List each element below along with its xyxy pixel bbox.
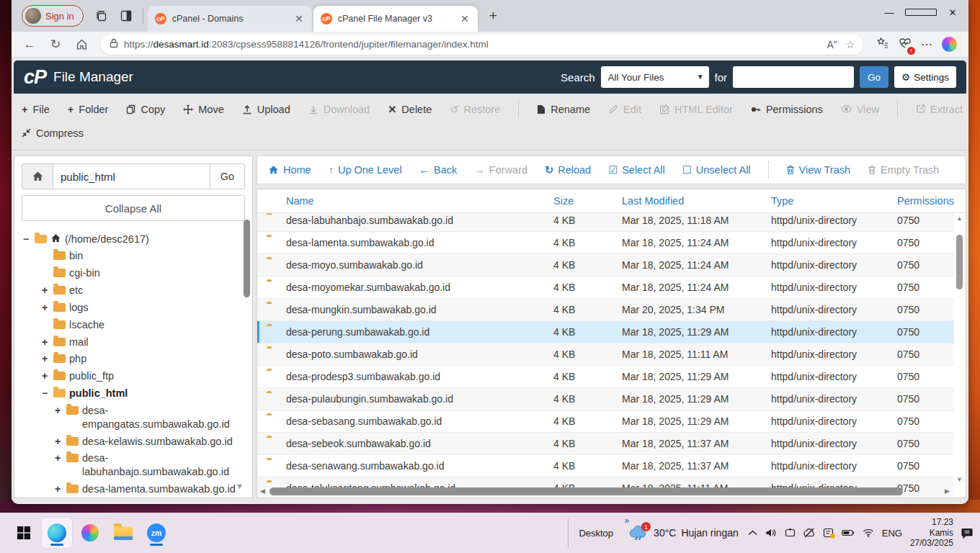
move-button[interactable]: Move bbox=[183, 104, 223, 115]
read-aloud-icon[interactable]: A” bbox=[827, 39, 837, 50]
table-row[interactable]: desa-sebasang.sumbawakab.go.id 4 KB Mar … bbox=[257, 410, 954, 433]
path-home-button[interactable] bbox=[22, 163, 53, 189]
table-row[interactable]: desa-prodesp3.sumbawakab.go.id 4 KB Mar … bbox=[257, 366, 954, 388]
copilot-icon[interactable] bbox=[942, 37, 957, 52]
tab-cpanel-domains[interactable]: cP cPanel - Domains ✕ bbox=[148, 6, 312, 32]
permissions-button[interactable]: Permissions bbox=[751, 104, 823, 115]
tree-item[interactable]: + public_ftp bbox=[42, 368, 245, 385]
tree-toggle[interactable]: + bbox=[42, 336, 50, 349]
nav-select-all[interactable]: ☑Select All bbox=[608, 164, 665, 176]
tree-item[interactable]: + desa-kelawis.sumbawakab.go.id bbox=[55, 433, 245, 450]
tree-toggle[interactable]: + bbox=[55, 435, 63, 448]
close-button[interactable]: ✕ bbox=[937, 0, 968, 24]
vertical-scrollbar[interactable]: ▲ ▼ bbox=[955, 215, 964, 483]
minimize-button[interactable]: — bbox=[873, 0, 905, 24]
file-button[interactable]: +File bbox=[22, 104, 50, 115]
tab-close-icon[interactable]: ✕ bbox=[293, 13, 305, 24]
clock[interactable]: 17.23 Kamis 27/03/2025 bbox=[910, 517, 953, 549]
delete-button[interactable]: ✕Delete bbox=[388, 104, 432, 115]
folder-button[interactable]: +Folder bbox=[68, 104, 109, 115]
col-name[interactable]: Name bbox=[286, 195, 553, 207]
wifi-icon[interactable] bbox=[863, 529, 874, 537]
search-input[interactable] bbox=[733, 66, 854, 88]
reload-icon[interactable]: ↻ bbox=[45, 34, 66, 55]
tree-toggle[interactable]: − bbox=[23, 233, 31, 246]
start-button[interactable] bbox=[9, 518, 39, 548]
split-screen-icon[interactable] bbox=[115, 5, 137, 27]
tree-item[interactable]: + etc bbox=[42, 282, 245, 300]
horizontal-scrollbar[interactable]: ◀ ▶ bbox=[260, 487, 950, 496]
browser-essentials-icon[interactable]: ! bbox=[899, 37, 912, 52]
copy-button[interactable]: Copy bbox=[126, 104, 165, 115]
col-size[interactable]: Size bbox=[553, 195, 622, 207]
cast-icon[interactable] bbox=[785, 528, 796, 538]
collapse-all-button[interactable]: Collapse All bbox=[22, 195, 245, 221]
lock-icon[interactable] bbox=[110, 38, 118, 50]
workspaces-icon[interactable] bbox=[91, 5, 112, 27]
notification-center-icon[interactable] bbox=[961, 528, 973, 539]
table-row[interactable]: desa-senawang.sumbawakab.go.id 4 KB Mar … bbox=[257, 455, 954, 477]
tree-item[interactable]: − public_html bbox=[42, 385, 245, 403]
col-type[interactable]: Type bbox=[771, 195, 897, 207]
table-row[interactable]: desa-perung.sumbawakab.go.id 4 KB Mar 18… bbox=[257, 321, 954, 343]
cloud-off-icon[interactable] bbox=[803, 528, 815, 538]
nav-up-one-level[interactable]: ↑Up One Level bbox=[329, 164, 402, 176]
table-row[interactable]: desa-poto.sumbawakab.go.id 4 KB Mar 18, … bbox=[257, 343, 954, 366]
rename-button[interactable]: Rename bbox=[537, 104, 590, 115]
tree-toggle[interactable]: + bbox=[55, 404, 63, 417]
sidebar-scroll-down-icon[interactable]: ▼ bbox=[236, 482, 244, 490]
home-icon[interactable] bbox=[71, 34, 92, 55]
scroll-left-icon[interactable]: ◀ bbox=[260, 487, 265, 495]
tree-toggle[interactable]: + bbox=[42, 369, 50, 382]
tree-item[interactable]: + php bbox=[42, 351, 245, 368]
table-row[interactable]: desa-mungkin.sumbawakab.go.id 4 KB Mar 2… bbox=[257, 299, 954, 321]
snip-app-icon[interactable] bbox=[823, 528, 834, 538]
favorite-star-icon[interactable]: ☆ bbox=[845, 39, 855, 50]
weather-widget[interactable]: 1 30°C Hujan ringan bbox=[628, 524, 739, 541]
scroll-down-icon[interactable]: ▼ bbox=[955, 476, 964, 483]
tree-toggle[interactable]: + bbox=[55, 451, 63, 464]
language-indicator[interactable]: ENG bbox=[882, 528, 902, 539]
compress-button[interactable]: Compress bbox=[22, 127, 84, 139]
col-modified[interactable]: Last Modified bbox=[622, 195, 771, 207]
scroll-up-icon[interactable]: ▲ bbox=[955, 215, 964, 222]
volume-icon[interactable] bbox=[765, 528, 777, 538]
tree-toggle[interactable]: + bbox=[42, 284, 50, 297]
settings-button[interactable]: ⚙Settings bbox=[894, 66, 956, 88]
desktop-toolbar[interactable]: Desktop » bbox=[568, 518, 619, 547]
favorites-bar-icon[interactable] bbox=[876, 37, 889, 53]
scroll-right-icon[interactable]: ▶ bbox=[945, 487, 950, 495]
more-menu-icon[interactable]: ⋯ bbox=[921, 37, 932, 51]
maximize-button[interactable] bbox=[905, 0, 937, 24]
tree-item[interactable]: lscache bbox=[42, 316, 245, 333]
tree-item[interactable]: bin bbox=[42, 248, 245, 265]
taskbar-edge-button[interactable] bbox=[42, 518, 72, 548]
tree-item[interactable]: + desa-lamenta.sumbawakab.go.id bbox=[55, 481, 245, 498]
nav-back[interactable]: ←Back bbox=[419, 164, 458, 176]
path-input[interactable] bbox=[53, 163, 210, 189]
battery-icon[interactable] bbox=[842, 529, 855, 537]
table-row[interactable]: desa-lamenta.sumbawakab.go.id 4 KB Mar 1… bbox=[257, 232, 954, 254]
tree-toggle[interactable]: − bbox=[42, 387, 50, 400]
tree-toggle[interactable]: + bbox=[42, 352, 50, 365]
scrollbar-thumb[interactable] bbox=[956, 235, 963, 289]
tree-item[interactable]: + logs bbox=[42, 299, 245, 316]
nav-unselect-all[interactable]: ☐Unselect All bbox=[682, 164, 751, 176]
taskbar-copilot-button[interactable] bbox=[75, 518, 105, 548]
tree-item[interactable]: + desa-moyo.sumbawakab.go.id bbox=[55, 498, 245, 499]
scrollbar-thumb[interactable] bbox=[270, 487, 903, 495]
tab-close-icon[interactable]: ✕ bbox=[459, 13, 471, 24]
table-row[interactable]: desa-moyomekar.sumbawakab.go.id 4 KB Mar… bbox=[257, 276, 954, 299]
nav-view-trash[interactable]: View Trash bbox=[786, 164, 850, 176]
back-icon[interactable]: ← bbox=[19, 34, 40, 55]
tree-item[interactable]: + mail bbox=[42, 333, 245, 351]
search-scope-select[interactable]: All Your Files bbox=[601, 66, 709, 88]
tree-item[interactable]: − (/home/desc2617) bbox=[23, 230, 245, 248]
chevron-up-icon[interactable] bbox=[748, 530, 757, 536]
table-row[interactable]: desa-labuhanbajo.sumbawakab.go.id 4 KB M… bbox=[257, 213, 954, 232]
tree-item[interactable]: + desa-empangatas.sumbawakab.go.id bbox=[55, 402, 245, 433]
nav-reload[interactable]: ↻Reload bbox=[545, 164, 591, 176]
new-tab-button[interactable]: + bbox=[485, 8, 502, 24]
tree-item[interactable]: cgi-bin bbox=[42, 265, 245, 282]
search-go-button[interactable]: Go bbox=[860, 66, 888, 88]
